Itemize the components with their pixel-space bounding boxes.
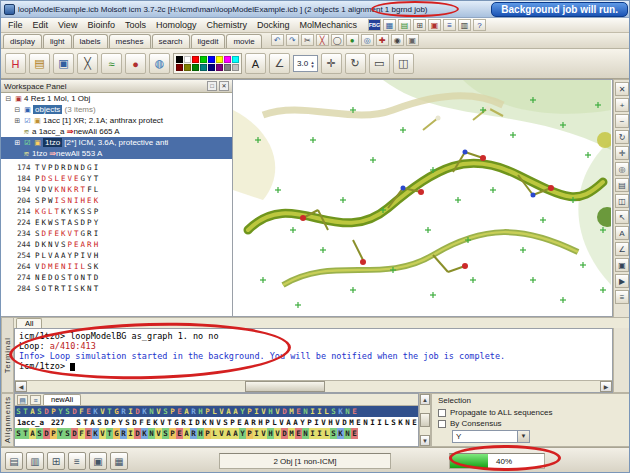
palette-color[interactable] [216, 56, 223, 63]
chevron-down-icon[interactable]: ▼ [517, 431, 529, 442]
molecule-render[interactable] [233, 80, 611, 316]
palette-color[interactable] [200, 56, 207, 63]
palette-color[interactable] [200, 64, 207, 71]
zoom-in-icon[interactable]: + [615, 98, 629, 112]
surface-icon[interactable]: ◍ [149, 53, 170, 74]
palette-color[interactable] [224, 64, 231, 71]
tab-labels[interactable]: labels [73, 34, 108, 48]
store-icon[interactable]: ▣ [428, 19, 441, 31]
alignment-tab-newali[interactable]: newAli [43, 394, 81, 405]
menu-tools[interactable]: Tools [120, 20, 151, 30]
alignment-table-icon[interactable]: ▤ [17, 395, 28, 405]
zoom-out-icon[interactable]: − [615, 114, 629, 128]
menu-edit[interactable]: Edit [28, 20, 54, 30]
measure-distance-icon[interactable]: ∠ [615, 242, 629, 256]
sequence-row[interactable]: 174TVPDRDNDGI [1, 159, 232, 170]
measure-icon[interactable]: ∠ [269, 53, 290, 74]
sequence-row[interactable]: 224EKWSTASDPY [1, 214, 232, 225]
menu-molmechanics[interactable]: MolMechanics [295, 20, 363, 30]
palette-color[interactable] [176, 56, 183, 63]
menu-docking[interactable]: Docking [252, 20, 295, 30]
palette-color[interactable] [192, 56, 199, 63]
sequence-row[interactable]: 254PLVAAYPIVH [1, 247, 232, 258]
alignment-row[interactable]: 1acc_a227STASDPYSDFEKVTGRIDKNVSPEARHPLVA… [15, 417, 418, 428]
sequence-row[interactable]: 244DKNVSPEARH [1, 236, 232, 247]
ballstick-icon[interactable]: ● [125, 53, 146, 74]
scroll-up-icon[interactable]: ▲ [420, 394, 430, 405]
wireframe-icon[interactable]: ╳ [77, 53, 98, 74]
center-icon[interactable]: ◎ [615, 162, 629, 176]
terminal-toggle-icon[interactable]: ▥ [26, 452, 44, 470]
pan-icon[interactable]: ✛ [615, 146, 629, 160]
grid-icon[interactable]: ⊞ [413, 19, 426, 31]
sequence-row[interactable]: 204SPWISNIHEK [1, 192, 232, 203]
tree-row[interactable]: ⊞☑▣1tzo [2*] ICM, 3.6A, protective anti [1, 137, 232, 148]
zoom-spin[interactable]: 3.0▴▾ [293, 55, 318, 72]
tree-row[interactable]: ⊞☑▣1acc [1] XR; 2.1A; anthrax protect [1, 115, 232, 126]
cut-icon[interactable]: ✂ [301, 34, 314, 46]
terminal-side-tab[interactable]: Terminal [1, 317, 14, 393]
palette-color[interactable] [184, 64, 191, 71]
palette-color[interactable] [208, 56, 215, 63]
tree-row[interactable]: ≋a 1acc_a ⇒newAli 665 A [1, 126, 232, 137]
help-icon[interactable]: ? [473, 19, 486, 31]
alignment-row[interactable]: STASDPYSDFEKVTGRIDKNVSPEARHPLVAAYPIVHVDM… [15, 428, 418, 439]
propagate-checkbox-row[interactable]: Propagate to ALL sequences [438, 407, 624, 418]
palette-color[interactable] [208, 64, 215, 71]
spin-arrows-icon[interactable]: ▴▾ [311, 60, 314, 68]
palette-color[interactable] [176, 64, 183, 71]
snapshot-icon[interactable]: ▣ [406, 34, 419, 46]
camera-icon[interactable]: ▣ [615, 258, 629, 272]
close-panel-icon[interactable]: ✕ [219, 81, 229, 91]
color-palette[interactable] [173, 53, 242, 74]
sequence-row[interactable]: 264VDMENIILSK [1, 258, 232, 269]
tab-light[interactable]: light [43, 34, 72, 48]
pick-icon[interactable]: ↖ [615, 210, 629, 224]
palette-color[interactable] [216, 64, 223, 71]
palette-color[interactable] [184, 56, 191, 63]
tab-search[interactable]: search [152, 34, 190, 48]
sequence-row[interactable]: 234SDFEKVTGRI [1, 225, 232, 236]
scroll-track[interactable] [27, 381, 600, 392]
alignment-tree-icon[interactable]: ≡ [30, 395, 41, 405]
movie-play-icon[interactable]: ▶ [615, 274, 629, 288]
scroll-down-icon[interactable]: ▼ [420, 435, 430, 446]
tab-meshes[interactable]: meshes [109, 34, 151, 48]
menu-bioinfo[interactable]: Bioinfo [82, 20, 120, 30]
lasso-icon[interactable]: ◯ [331, 34, 344, 46]
float-panel-icon[interactable]: □ [207, 81, 217, 91]
menu-homology[interactable]: Homology [151, 20, 202, 30]
slab-icon[interactable]: ▤ [615, 178, 629, 192]
workspace-toggle-icon[interactable]: ▤ [5, 452, 23, 470]
consensus-dropdown[interactable]: Y ▼ [452, 430, 530, 443]
ribbon-icon[interactable]: ≈ [101, 53, 122, 74]
alignment-icon[interactable]: ≡ [443, 19, 456, 31]
tab-movie[interactable]: movie [226, 34, 261, 48]
view-settings-icon[interactable]: ≡ [615, 290, 629, 304]
residue-icon[interactable]: ● [346, 34, 359, 46]
workspace-tab-all[interactable]: All [16, 318, 42, 328]
vscroll-thumb[interactable] [420, 413, 430, 427]
palette-color[interactable] [232, 56, 239, 63]
log-toggle-icon[interactable]: ▦ [110, 452, 128, 470]
stereo-view-icon[interactable]: ◫ [615, 194, 629, 208]
scroll-thumb[interactable] [245, 381, 325, 392]
marker-icon[interactable]: ✚ [376, 34, 389, 46]
stereo-icon[interactable]: ◫ [393, 53, 414, 74]
palette-color[interactable] [232, 64, 239, 71]
menu-chemistry[interactable]: Chemistry [201, 20, 252, 30]
menu-file[interactable]: File [3, 20, 28, 30]
label-icon[interactable]: A [245, 53, 266, 74]
translate-icon[interactable]: ✛ [321, 53, 342, 74]
tab-ligedit[interactable]: ligedit [191, 34, 226, 48]
rotate-view-icon[interactable]: ↻ [615, 130, 629, 144]
palette-color[interactable] [192, 64, 199, 71]
redo-icon[interactable]: ↷ [286, 34, 299, 46]
tree-row[interactable]: ≋1tzo ⇒newAli 553 A [1, 148, 232, 159]
scroll-right-icon[interactable]: ▶ [600, 381, 612, 392]
terminal-panel[interactable]: icm/1tzo> loopModelBG as_graph 1. no noL… [14, 328, 613, 393]
palette-color[interactable] [224, 56, 231, 63]
tree-row[interactable]: ⊟▣4 Res 1 Mol, 1 Obj [1, 93, 232, 104]
sequence-row[interactable]: 214KGLTKYKSSP [1, 203, 232, 214]
alignment-vscrollbar[interactable]: ▲ ▼ [419, 393, 431, 447]
